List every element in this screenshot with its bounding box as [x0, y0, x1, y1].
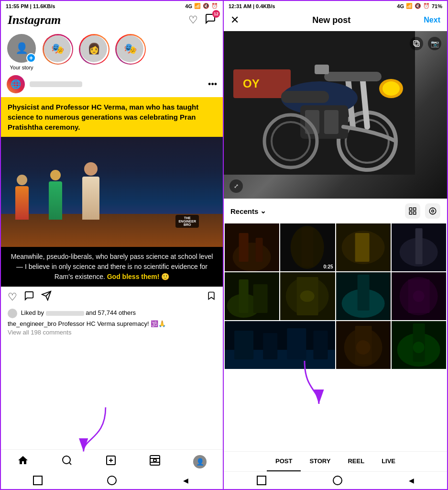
home-nav-button[interactable]: [17, 455, 29, 469]
android-home-button[interactable]: [107, 476, 117, 485]
recents-bar: Recents ⌄: [224, 199, 447, 223]
like-button[interactable]: ♡: [8, 291, 17, 303]
android-recent-button-right[interactable]: [257, 476, 266, 485]
camera-roll-icon[interactable]: [425, 203, 440, 219]
story-item-3[interactable]: 👩: [78, 34, 110, 70]
story-ring-inner-2: 🎭: [44, 35, 72, 64]
bottom-nav: 👤: [1, 449, 223, 472]
close-button[interactable]: ✕: [230, 14, 239, 26]
recents-icons: [405, 203, 440, 219]
status-icons-right: 4G 📶 🔇 ⏰ 71%: [397, 3, 442, 9]
signal-icon-right: 📶: [406, 3, 413, 9]
svg-rect-63: [357, 275, 369, 311]
spacer: [1, 336, 223, 449]
post-options-button[interactable]: •••: [208, 79, 217, 89]
chevron-down-icon: ⌄: [260, 207, 266, 215]
expand-icon[interactable]: ⤢: [229, 179, 243, 193]
search-nav-button[interactable]: [61, 455, 73, 469]
grid-select-icon[interactable]: [405, 203, 420, 219]
svg-rect-49: [355, 233, 369, 262]
grid-item-11[interactable]: [336, 321, 391, 369]
duration-badge-2: 0:25: [323, 264, 333, 269]
svg-text:OY: OY: [243, 77, 260, 90]
share-button[interactable]: [41, 290, 52, 304]
recents-dropdown[interactable]: Recents ⌄: [230, 207, 266, 215]
story-avatar-2: 🎭: [44, 35, 71, 62]
grid-item-12[interactable]: [392, 321, 446, 369]
post-actions: ♡: [1, 287, 223, 308]
story-avatar-3: 👩: [80, 35, 107, 62]
svg-rect-56: [253, 284, 268, 313]
create-nav-button[interactable]: [105, 455, 117, 469]
svg-point-81: [413, 342, 424, 353]
android-back-button[interactable]: ◀: [181, 476, 191, 485]
person-figure-3: [82, 162, 99, 220]
gold-caption-text: God bless them! 🙂: [107, 273, 170, 280]
post-username: [30, 81, 82, 87]
likes-prefix: Liked by: [21, 309, 44, 316]
svg-rect-33: [414, 208, 416, 210]
heart-button[interactable]: ♡: [188, 14, 198, 26]
post-type-button[interactable]: POST: [267, 452, 301, 471]
svg-rect-73: [313, 331, 328, 359]
grid-item-2[interactable]: 0:25: [280, 223, 335, 271]
svg-rect-35: [414, 212, 416, 214]
svg-point-36: [429, 208, 436, 214]
android-bar-right: ◀: [224, 471, 447, 489]
recents-label-text: Recents: [230, 207, 258, 215]
time-display: 11:55 PM | 11.6KB/s: [6, 3, 55, 9]
story-item-2[interactable]: 🎭: [42, 34, 74, 70]
comment-button[interactable]: [24, 290, 34, 304]
bottom-caption: Meanwhile, pseudo-liberals, who barely p…: [1, 247, 223, 287]
multiple-select-icon[interactable]: [410, 37, 423, 50]
instagram-logo: Instagram: [8, 13, 61, 27]
network-icon: 4G: [185, 3, 192, 9]
live-type-button[interactable]: LIVE: [373, 452, 404, 471]
post-avatar: 🌐: [7, 75, 25, 93]
your-story-item[interactable]: 👤 + Your story: [6, 34, 37, 70]
grid-item-7[interactable]: [336, 272, 391, 320]
view-comments[interactable]: View all 198 comments: [1, 328, 223, 336]
grid-item-8[interactable]: [392, 272, 446, 320]
next-button[interactable]: Next: [424, 16, 440, 24]
main-photo-area: OY: [224, 31, 447, 199]
post-image-bg: THE ENGINEER BRO: [1, 137, 223, 247]
comment-text: the_engineer_bro Professor HC Verma supr…: [8, 320, 166, 327]
grid-item-9[interactable]: [225, 321, 335, 369]
messenger-button[interactable]: 12: [205, 13, 216, 27]
camera-icon[interactable]: 📷: [428, 37, 441, 50]
svg-point-67: [413, 290, 424, 302]
left-panel: 11:55 PM | 11.6KB/s 4G 📶 🔇 ⏰ Instagram ♡…: [0, 0, 224, 490]
grid-item-1[interactable]: [225, 223, 279, 271]
message-badge: 12: [212, 10, 220, 18]
svg-point-37: [432, 210, 434, 212]
network-icon-right: 4G: [397, 3, 404, 9]
svg-rect-71: [263, 333, 277, 359]
android-recent-button[interactable]: [33, 476, 43, 485]
bookmark-button[interactable]: [207, 290, 216, 304]
reel-type-button[interactable]: REEL: [339, 452, 373, 471]
grid-item-6[interactable]: [280, 272, 335, 320]
grid-item-3[interactable]: [336, 223, 391, 271]
svg-point-9: [153, 459, 156, 462]
story-type-button[interactable]: STORY: [301, 452, 339, 471]
reels-nav-button[interactable]: [149, 455, 161, 469]
signal-icon: 📶: [194, 3, 201, 9]
story-item-4[interactable]: 🎭: [115, 34, 146, 70]
alarm-icon-right: ⏰: [423, 3, 430, 9]
svg-rect-43: [256, 238, 263, 262]
status-bar-left: 11:55 PM | 11.6KB/s 4G 📶 🔇 ⏰: [1, 1, 223, 11]
add-story-button[interactable]: +: [26, 53, 36, 63]
post-header: 🌐 •••: [1, 71, 223, 97]
android-back-button-right[interactable]: ◀: [409, 477, 414, 484]
svg-rect-8: [150, 456, 160, 465]
grid-item-4[interactable]: [392, 223, 446, 271]
story-ring-inner-4: 🎭: [117, 35, 145, 64]
story-ring-3: 👩: [79, 34, 109, 65]
svg-rect-29: [281, 91, 329, 103]
status-bar-right: 12:31 AM | 0.4KB/s 4G 📶 🔇 ⏰ 71%: [224, 1, 447, 11]
grid-item-5[interactable]: [225, 272, 279, 320]
profile-nav-button[interactable]: 👤: [193, 455, 207, 468]
android-bar-left: ◀: [1, 472, 223, 489]
android-home-button-right[interactable]: [333, 476, 342, 485]
